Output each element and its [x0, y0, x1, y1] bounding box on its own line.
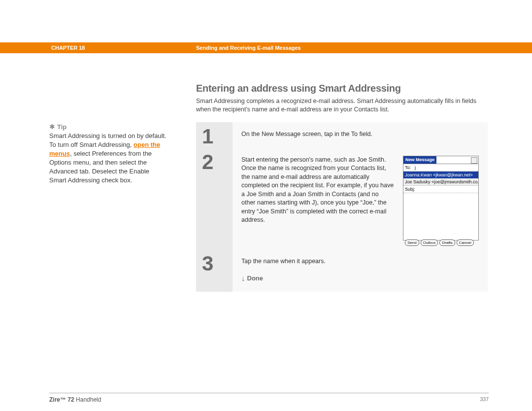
step-row-3: 3 Tap the name when it appears. ↓Done	[196, 249, 488, 292]
device-to-value: j	[415, 165, 416, 170]
chapter-header-bar: CHAPTER 18 Sending and Receiving E-mail …	[0, 42, 532, 53]
device-outbox-button: Outbox	[421, 240, 438, 246]
step-row-2: 2 Start entering the person's name, such…	[196, 148, 488, 249]
page-number: 337	[480, 396, 489, 402]
device-screenshot: New Message To:j Joanna.Kwan <jkwan@jkwa…	[403, 156, 479, 240]
device-cancel-button: Cancel	[457, 240, 474, 246]
tip-block: ✱Tip Smart Addressing is turned on by de…	[49, 122, 167, 185]
footer-product-bold: Zire™ 72	[49, 396, 74, 403]
device-subj-field: Subj:	[403, 186, 478, 193]
tip-label: Tip	[57, 123, 66, 131]
step-text-2: Start entering the person's name, such a…	[241, 156, 394, 240]
step-text-1: On the New Message screen, tap in the To…	[241, 131, 372, 137]
step-body-1: On the New Message screen, tap in the To…	[233, 122, 488, 148]
done-row: ↓Done	[241, 273, 479, 283]
step-number-3: 3	[196, 249, 233, 292]
device-title-icon	[471, 157, 477, 164]
device-drafts-button: Drafts	[439, 240, 455, 246]
device-body	[403, 193, 478, 239]
done-label: Done	[247, 274, 264, 282]
section-heading: Entering an address using Smart Addressi…	[196, 83, 401, 94]
page-footer: Zire™ 72 Handheld 337	[49, 393, 489, 403]
device-subj-label: Subj:	[405, 186, 415, 193]
asterisk-icon: ✱	[49, 123, 55, 131]
step-row-1: 1 On the New Message screen, tap in the …	[196, 122, 488, 148]
device-send-button: Send	[405, 240, 419, 246]
device-titlebar: New Message	[403, 156, 478, 164]
footer-product-rest: Handheld	[74, 396, 101, 403]
step-text-3: Tap the name when it appears.	[241, 258, 326, 265]
device-to-field: To:j	[403, 164, 478, 171]
step-body-2: Start entering the person's name, such a…	[233, 148, 488, 249]
chapter-title: Sending and Receiving E-mail Messages	[196, 42, 301, 53]
step-number-1: 1	[196, 122, 233, 148]
section-intro: Smart Addressing completes a recognized …	[196, 97, 487, 114]
device-suggest-other: Joe Sadusky <joe@jmswordsmith.co...	[403, 178, 478, 186]
device-buttons-row: Send Outbox Drafts Cancel	[403, 239, 478, 247]
device-to-label: To:	[405, 165, 415, 171]
step-number-2: 2	[196, 148, 233, 249]
chapter-label: CHAPTER 18	[51, 42, 85, 53]
down-arrow-icon: ↓	[241, 273, 245, 283]
device-suggest-selected: Joanna.Kwan <jkwan@jkwan.net>	[403, 171, 478, 178]
steps-container: 1 On the New Message screen, tap in the …	[196, 122, 488, 292]
device-title: New Message	[403, 156, 436, 164]
step-body-3: Tap the name when it appears. ↓Done	[233, 249, 488, 292]
